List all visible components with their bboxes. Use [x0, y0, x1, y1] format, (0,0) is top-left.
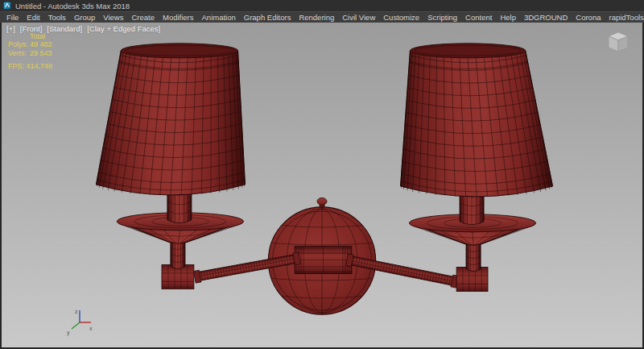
3dsmax-app-icon	[3, 2, 11, 10]
viewcube[interactable]	[601, 24, 636, 60]
viewport-shading-menu[interactable]: [Clay + Edged Faces]	[87, 24, 160, 33]
menu-item-tools[interactable]: Tools	[44, 13, 70, 22]
menu-item-3dground[interactable]: 3DGROUND	[520, 13, 572, 22]
menu-item-graph-editors[interactable]: Graph Editors	[240, 13, 295, 22]
axis-tripod: x z y	[64, 305, 95, 336]
menu-item-edit[interactable]: Edit	[23, 13, 43, 22]
statistics-overlay: Total Polys: 49 402 Verts: 29 543 FPS: 4…	[8, 32, 52, 70]
application-window: Untitled - Autodesk 3ds Max 2018 File Ed…	[0, 0, 644, 349]
menu-item-animation[interactable]: Animation	[198, 13, 240, 22]
stats-fps-label: FPS:	[8, 62, 24, 70]
stats-fps-value: 414,748	[27, 62, 53, 70]
menubar: File Edit Tools Group Views Create Modif…	[0, 11, 644, 23]
menu-item-views[interactable]: Views	[99, 13, 127, 22]
menu-item-scripting[interactable]: Scripting	[423, 13, 461, 22]
menu-item-civil-view[interactable]: Civil View	[338, 13, 379, 22]
window-title: Untitled - Autodesk 3ds Max 2018	[15, 2, 130, 10]
menu-item-corona[interactable]: Corona	[572, 13, 605, 22]
menu-item-customize[interactable]: Customize	[379, 13, 423, 22]
wall-sconce-model[interactable]	[2, 23, 642, 347]
viewport-frame: [+] [Front] [Standard] [Clay + Edged Fac…	[0, 23, 644, 349]
svg-text:x: x	[89, 326, 93, 331]
stats-verts-value: 29 543	[30, 49, 52, 57]
stats-polys-value: 49 402	[30, 40, 52, 48]
menu-item-file[interactable]: File	[2, 13, 23, 22]
menu-item-rapidtools[interactable]: rapidTools	[605, 13, 644, 22]
menu-item-help[interactable]: Help	[496, 13, 520, 22]
viewport-front[interactable]: [+] [Front] [Standard] [Clay + Edged Fac…	[2, 23, 642, 347]
stats-total-header: Total	[30, 32, 45, 40]
svg-text:z: z	[75, 309, 78, 314]
stats-verts-label: Verts:	[8, 49, 30, 57]
titlebar: Untitled - Autodesk 3ds Max 2018	[0, 0, 644, 11]
menu-item-group[interactable]: Group	[70, 13, 99, 22]
menu-item-create[interactable]: Create	[127, 13, 159, 22]
stats-polys-label: Polys:	[8, 40, 30, 48]
menu-item-modifiers[interactable]: Modifiers	[159, 13, 198, 22]
menu-item-content[interactable]: Content	[461, 13, 496, 22]
menu-item-rendering[interactable]: Rendering	[295, 13, 338, 22]
svg-text:y: y	[67, 330, 70, 336]
